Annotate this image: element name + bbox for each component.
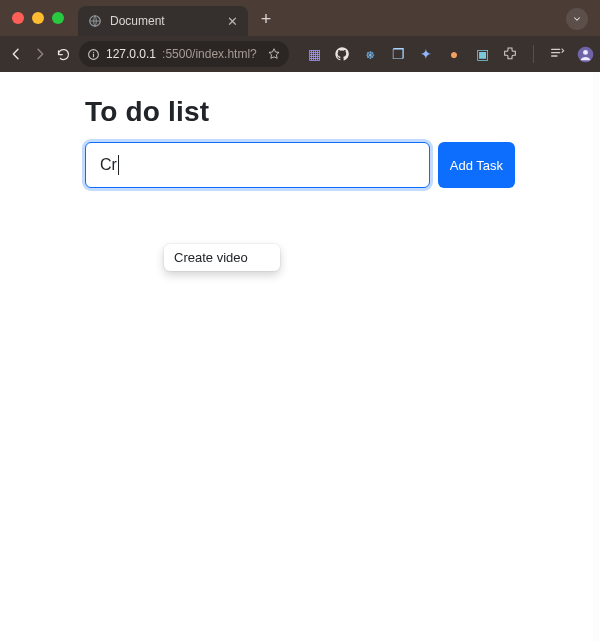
site-info-icon[interactable] — [87, 48, 100, 61]
tab-title: Document — [110, 14, 219, 28]
address-bar[interactable]: 127.0.0.1:5500/index.html? — [79, 41, 289, 67]
tab-overflow-button[interactable] — [566, 8, 588, 30]
github-icon[interactable] — [333, 45, 351, 63]
scrollbar[interactable] — [593, 72, 599, 641]
reading-list-icon[interactable] — [548, 45, 566, 63]
extension-icon-6[interactable]: ● — [445, 45, 463, 63]
extension-icon-1[interactable]: ▦ — [305, 45, 323, 63]
chevron-down-icon — [572, 14, 582, 24]
autocomplete-suggestion[interactable]: Create video — [174, 250, 248, 265]
task-form: Cr Add Task — [85, 142, 515, 188]
page-title: To do list — [85, 96, 515, 128]
forward-button[interactable] — [32, 43, 48, 65]
text-caret-icon — [118, 155, 119, 175]
page-viewport: To do list Cr Add Task Create video — [0, 72, 600, 641]
url-host: 127.0.0.1 — [106, 47, 156, 61]
extension-icon-3[interactable]: ⎈ — [361, 45, 379, 63]
window-close-button[interactable] — [12, 12, 24, 24]
todo-app: To do list Cr Add Task — [85, 96, 515, 188]
url-path: :5500/index.html? — [162, 47, 257, 61]
extension-icon-5[interactable]: ✦ — [417, 45, 435, 63]
extensions-menu-icon[interactable] — [501, 45, 519, 63]
window-minimize-button[interactable] — [32, 12, 44, 24]
profile-avatar-icon[interactable] — [576, 45, 594, 63]
toolbar-separator — [533, 45, 534, 63]
reload-button[interactable] — [56, 43, 71, 65]
autocomplete-popup[interactable]: Create video — [164, 244, 280, 271]
window-controls — [12, 12, 64, 24]
back-button[interactable] — [8, 43, 24, 65]
tab-favicon-icon — [88, 14, 102, 28]
window-maximize-button[interactable] — [52, 12, 64, 24]
tab-close-icon[interactable]: ✕ — [227, 14, 238, 29]
svg-point-5 — [583, 49, 588, 54]
browser-chrome: Document ✕ + 127.0.0.1:5500/index.html? — [0, 0, 600, 72]
bookmark-star-icon[interactable] — [267, 47, 281, 61]
browser-tab[interactable]: Document ✕ — [78, 6, 248, 36]
task-input[interactable]: Cr — [85, 142, 430, 188]
tab-strip: Document ✕ + — [0, 0, 600, 36]
extensions-row: ▦ ⎈ ❐ ✦ ● ▣ — [305, 45, 600, 63]
task-input-value: Cr — [100, 156, 117, 174]
extension-icon-7[interactable]: ▣ — [473, 45, 491, 63]
new-tab-button[interactable]: + — [256, 9, 276, 30]
extension-icon-4[interactable]: ❐ — [389, 45, 407, 63]
add-task-button[interactable]: Add Task — [438, 142, 515, 188]
browser-toolbar: 127.0.0.1:5500/index.html? ▦ ⎈ ❐ ✦ ● ▣ — [0, 36, 600, 72]
